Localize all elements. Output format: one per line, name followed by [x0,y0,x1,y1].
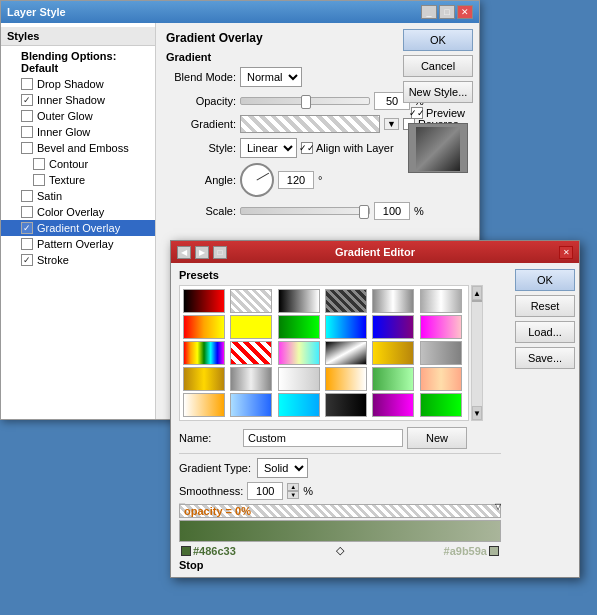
preset-5[interactable] [420,289,462,313]
sidebar-item-drop-shadow[interactable]: Drop Shadow [1,76,155,92]
pattern-overlay-checkbox[interactable] [21,238,33,250]
sidebar-item-pattern-overlay[interactable]: Pattern Overlay [1,236,155,252]
cancel-button[interactable]: Cancel [403,55,473,77]
scale-thumb[interactable] [359,205,369,219]
preset-21[interactable] [325,367,367,391]
bevel-emboss-checkbox[interactable] [21,142,33,154]
preset-24[interactable] [183,393,225,417]
opacity-slider[interactable] [240,97,370,105]
preset-22[interactable] [372,367,414,391]
close-button[interactable]: ✕ [457,5,473,19]
smoothness-up[interactable]: ▲ [287,483,299,491]
preset-4[interactable] [372,289,414,313]
preset-12[interactable] [183,341,225,365]
ge-ok-button[interactable]: OK [515,269,575,291]
style-select[interactable]: Linear [240,138,297,158]
preset-23[interactable] [420,367,462,391]
preset-0[interactable] [183,289,225,313]
sidebar-item-inner-glow[interactable]: Inner Glow [1,124,155,140]
sidebar-item-texture[interactable]: Texture [1,172,155,188]
inner-shadow-checkbox[interactable]: ✓ [21,94,33,106]
smoothness-down[interactable]: ▼ [287,491,299,499]
drop-shadow-checkbox[interactable] [21,78,33,90]
sidebar-item-satin[interactable]: Satin [1,188,155,204]
maximize-button[interactable]: □ [439,5,455,19]
satin-checkbox[interactable] [21,190,33,202]
align-layer-checkbox[interactable]: ✓ [301,142,313,154]
smoothness-label: Smoothness: [179,485,243,497]
preview-box [408,123,468,173]
big-gradient-bar[interactable] [179,520,501,542]
new-button[interactable]: New [407,427,467,449]
preset-28[interactable] [372,393,414,417]
gradient-overlay-checkbox[interactable]: ✓ [21,222,33,234]
opacity-bar[interactable]: opacity = 0% [179,504,501,518]
preview-checkbox[interactable]: ✓ [411,107,423,119]
minimize-button[interactable]: _ [421,5,437,19]
opacity-thumb[interactable] [301,95,311,109]
ge-titlebar-btns: ✕ [559,246,573,259]
scroll-down-arrow[interactable]: ▼ [472,406,482,420]
ok-button[interactable]: OK [403,29,473,51]
name-input[interactable]: Custom [243,429,403,447]
smoothness-input[interactable]: 100 [247,482,283,500]
scale-slider[interactable] [240,207,370,215]
sidebar-item-outer-glow[interactable]: Outer Glow [1,108,155,124]
preset-27[interactable] [325,393,367,417]
sidebar-item-color-overlay[interactable]: Color Overlay [1,204,155,220]
preset-14[interactable] [278,341,320,365]
preset-15[interactable] [325,341,367,365]
stop-label: Stop [179,559,501,571]
preset-13[interactable] [230,341,272,365]
preset-9[interactable] [325,315,367,339]
preset-29[interactable] [420,393,462,417]
contour-checkbox[interactable] [33,158,45,170]
ge-forward-btn[interactable]: ▶ [195,246,209,259]
preset-3[interactable] [325,289,367,313]
inner-glow-checkbox[interactable] [21,126,33,138]
preset-2[interactable] [278,289,320,313]
ge-close-btn[interactable]: ✕ [559,246,573,259]
texture-checkbox[interactable] [33,174,45,186]
sidebar-item-gradient-overlay[interactable]: ✓ Gradient Overlay [1,220,155,236]
presets-scrollbar[interactable]: ▲ ▼ [471,285,483,421]
preset-20[interactable] [278,367,320,391]
new-style-button[interactable]: New Style... [403,81,473,103]
opacity-bar-container: ▽ opacity = 0% ▽ [179,504,501,518]
angle-dial[interactable] [240,163,274,197]
gradient-type-select[interactable]: Solid [257,458,308,478]
preset-17[interactable] [420,341,462,365]
gradient-dropdown-btn[interactable]: ▼ [384,118,399,130]
preset-7[interactable] [230,315,272,339]
preset-19[interactable] [230,367,272,391]
sidebar-item-stroke[interactable]: ✓ Stroke [1,252,155,268]
left-color-stop[interactable] [181,546,191,556]
preset-8[interactable] [278,315,320,339]
preset-26[interactable] [278,393,320,417]
preset-16[interactable] [372,341,414,365]
sidebar-item-contour[interactable]: Contour [1,156,155,172]
right-color-stop[interactable] [489,546,499,556]
outer-glow-checkbox[interactable] [21,110,33,122]
ge-reset-button[interactable]: Reset [515,295,575,317]
sidebar-item-blending[interactable]: Blending Options: Default [1,48,155,76]
ge-restore-btn[interactable]: □ [213,246,227,259]
ge-back-btn[interactable]: ◀ [177,246,191,259]
preset-1[interactable] [230,289,272,313]
preset-18[interactable] [183,367,225,391]
ge-load-button[interactable]: Load... [515,321,575,343]
stroke-checkbox[interactable]: ✓ [21,254,33,266]
preset-6[interactable] [183,315,225,339]
preset-25[interactable] [230,393,272,417]
sidebar-item-inner-shadow[interactable]: ✓ Inner Shadow [1,92,155,108]
scroll-up-arrow[interactable]: ▲ [472,286,482,300]
preset-10[interactable] [372,315,414,339]
scale-input[interactable]: 100 [374,202,410,220]
sidebar-item-bevel-emboss[interactable]: Bevel and Emboss [1,140,155,156]
blend-mode-select[interactable]: Normal [240,67,302,87]
angle-input[interactable]: 120 [278,171,314,189]
gradient-preview[interactable] [240,115,380,133]
preset-11[interactable] [420,315,462,339]
color-overlay-checkbox[interactable] [21,206,33,218]
ge-save-button[interactable]: Save... [515,347,575,369]
